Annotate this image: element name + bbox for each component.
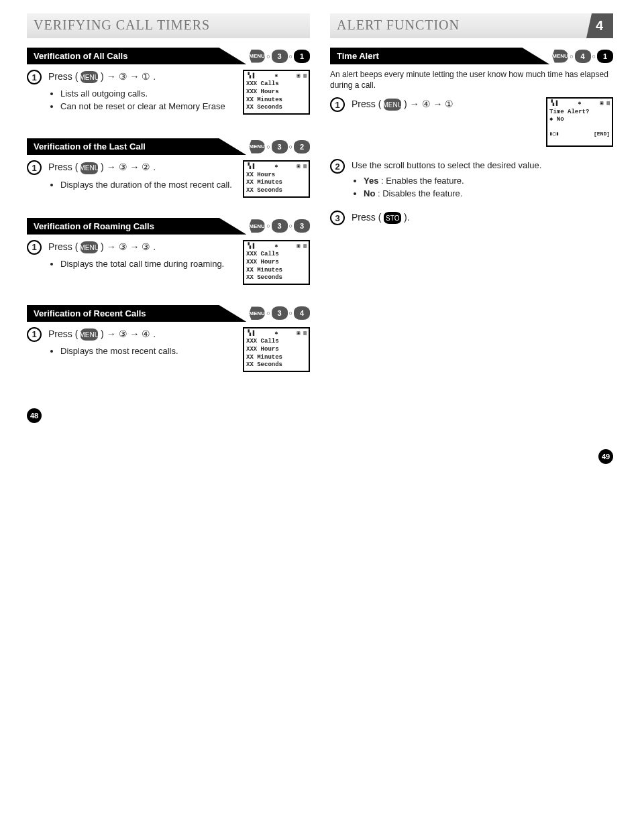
press-instruction: Press ( MENU ) → ③ → ② . [48, 162, 237, 174]
press-instruction: Press ( MENU ) → ④ → ① [352, 99, 541, 111]
num-key-icon: 4 [294, 306, 310, 320]
nav-keys: MENU ○ 3 ○ 4 [249, 306, 310, 320]
phone-screen: ▝▖▌✱▣ ▥ XXX Calls XXX Hours XX Minutes X… [243, 327, 310, 372]
press-instruction: Press ( MENU ) → ③ → ① . [48, 71, 237, 83]
sto-key-icon: STO [384, 212, 401, 224]
phone-screen: ▝▖▌✱▣ ▥ XXX Calls XXX Hours XX Minutes X… [243, 70, 310, 115]
menu-key-icon: MENU [249, 306, 265, 320]
section-intro: An alert beeps every minute letting the … [330, 70, 613, 91]
bullet-text: No : Disables the feature. [364, 188, 613, 198]
step-number: 1 [330, 97, 345, 112]
num-key-icon: 3 [272, 140, 288, 154]
num-key-icon: 3 [272, 50, 288, 63]
step-number: 1 [27, 160, 42, 175]
menu-key-icon: MENU [81, 162, 98, 174]
menu-key-icon: MENU [552, 50, 568, 63]
seq-ring-icon: ○ [266, 143, 270, 150]
nav-keys: MENU ○ 3 ○ 3 [249, 219, 310, 233]
press-instruction: Press ( STO ). [352, 212, 613, 224]
seq-ring-icon: ○ [289, 223, 292, 229]
nav-keys: MENU ○ 4 ○ 1 [552, 50, 613, 63]
num-key-icon: 3 [272, 306, 288, 320]
nav-keys: MENU ○ 3 ○ 1 [249, 50, 310, 63]
menu-key-icon: MENU [81, 71, 98, 83]
phone-screen: ▝▖▌✱▣ ▥ XX Hours XX Minutes XX Seconds [243, 160, 310, 197]
nav-keys: MENU ○ 3 ○ 2 [249, 140, 310, 154]
menu-key-icon: MENU [384, 99, 401, 111]
step-number: 2 [330, 159, 345, 174]
step-number: 1 [27, 327, 42, 342]
seq-ring-icon: ○ [266, 53, 270, 60]
seq-ring-icon: ○ [289, 310, 292, 316]
seq-ring-icon: ○ [266, 223, 270, 229]
bullet-text: Lists all outgoing calls. [60, 88, 237, 99]
menu-key-icon: MENU [81, 328, 98, 341]
bullet-text: Displays the total call time during roam… [60, 259, 237, 269]
bullet-text: Displays the most recent calls. [60, 346, 237, 356]
menu-key-icon: MENU [81, 241, 98, 253]
seq-ring-icon: ○ [289, 143, 292, 150]
num-key-icon: 3 [294, 219, 310, 233]
page-number: 48 [27, 408, 42, 423]
num-key-icon: 1 [294, 50, 310, 63]
bullet-text: Can not be reset or clear at Memory Eras… [60, 101, 237, 111]
step-number: 1 [27, 70, 42, 84]
seq-ring-icon: ○ [289, 53, 292, 60]
num-key-icon: 2 [294, 140, 310, 154]
seq-ring-icon: ○ [266, 310, 270, 316]
step-text: Use the scroll buttons to select the des… [352, 160, 613, 170]
step-number: 1 [27, 240, 42, 255]
page-number: 49 [598, 449, 613, 464]
press-instruction: Press ( MENU ) → ③ → ④ . [48, 328, 237, 341]
menu-key-icon: MENU [249, 140, 265, 154]
num-key-icon: 1 [597, 50, 613, 63]
seq-ring-icon: ○ [592, 53, 596, 60]
phone-screen: ▝▖▌✱▣ ▥ Time Alert? ◆ No ▮▢▮[END] [546, 97, 613, 147]
num-key-icon: 3 [272, 219, 288, 233]
phone-screen: ▝▖▌✱▣ ▥ XXX Calls XXX Hours XX Minutes X… [243, 240, 310, 285]
seq-ring-icon: ○ [570, 53, 573, 60]
num-key-icon: 4 [575, 50, 591, 63]
bullet-text: Yes : Enables the feature. [364, 176, 613, 186]
step-number: 3 [330, 211, 345, 225]
press-instruction: Press ( MENU ) → ③ → ③ . [48, 241, 237, 253]
right-page-header: ALERT FUNCTION [330, 13, 613, 38]
left-page-header: VERIFYING CALL TIMERS [27, 13, 310, 38]
menu-key-icon: MENU [249, 219, 265, 233]
menu-key-icon: MENU [249, 50, 265, 63]
bullet-text: Displays the duration of the most recent… [60, 180, 237, 190]
